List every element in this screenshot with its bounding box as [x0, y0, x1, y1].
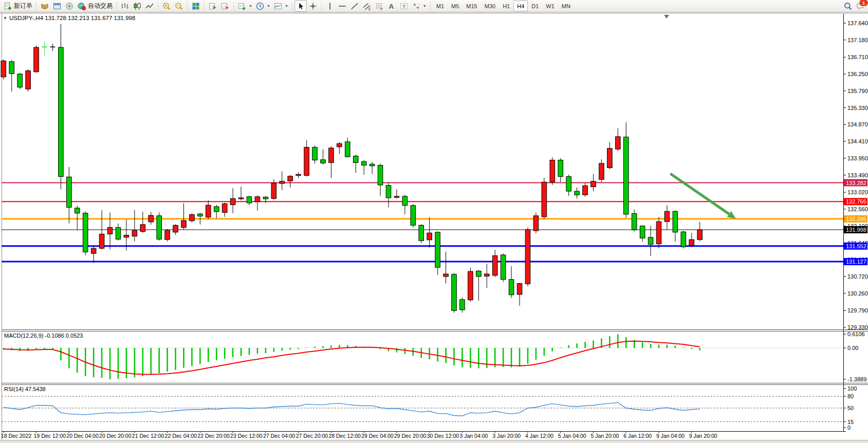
tf-button-D1[interactable]: D1: [528, 1, 542, 11]
trendline-icon: [350, 2, 359, 11]
svg-text:3 Jan 04:00: 3 Jan 04:00: [459, 433, 488, 439]
channel-tool-button[interactable]: E: [361, 0, 373, 12]
candlestick-chart-button[interactable]: [131, 0, 143, 12]
macd-label: MACD(12,26,9) -0.1086 0.0523: [4, 333, 83, 339]
svg-text:21 Dec 12:00: 21 Dec 12:00: [132, 433, 164, 439]
tile-windows-button[interactable]: [190, 0, 202, 12]
chart-area[interactable]: 137.640137.180136.710136.250135.790135.3…: [0, 12, 868, 443]
text-label-tool-button[interactable]: T: [398, 0, 410, 12]
svg-text:-1.3889: -1.3889: [847, 376, 866, 382]
toolbar-separator: [290, 2, 294, 11]
svg-text:T: T: [402, 3, 405, 9]
tf-button-M1[interactable]: M1: [433, 1, 448, 11]
svg-text:A: A: [389, 3, 394, 10]
one-click-trading-toggle[interactable]: ▼: [3, 16, 7, 21]
chart-canvas[interactable]: 137.640137.180136.710136.250135.790135.3…: [0, 12, 868, 443]
tf-button-MN[interactable]: MN: [558, 1, 574, 11]
svg-text:131.998: 131.998: [846, 227, 866, 233]
notifications-button[interactable]: 1: [854, 0, 866, 12]
svg-text:22 Dec 04:00: 22 Dec 04:00: [165, 433, 197, 439]
svg-text:134.410: 134.410: [847, 138, 868, 144]
candles-icon: [133, 2, 142, 11]
svg-text:129.330: 129.330: [847, 324, 868, 330]
clock-icon: [255, 2, 265, 11]
svg-text:27 Dec 04:00: 27 Dec 04:00: [263, 433, 296, 439]
svg-text:135.330: 135.330: [847, 105, 868, 111]
fibonacci-tool-button[interactable]: F: [373, 0, 385, 12]
svg-text:80: 80: [847, 393, 854, 399]
chart-ohlc-title: USDJPY-,H4 131.728 132.213 131.677 131.9…: [9, 15, 135, 21]
arrows-tool-button[interactable]: ▼: [410, 0, 428, 12]
toolbar-separator: [320, 2, 323, 11]
tf-button-W1[interactable]: W1: [542, 1, 558, 11]
tf-button-M5[interactable]: M5: [448, 1, 463, 11]
zoom-in-button[interactable]: [160, 0, 173, 12]
svg-text:29 Dec 20:00: 29 Dec 20:00: [394, 433, 427, 439]
crosshair-tool-button[interactable]: [307, 0, 319, 12]
svg-text:3 Jan 20:00: 3 Jan 20:00: [492, 433, 521, 439]
svg-text:132.560: 132.560: [847, 206, 868, 212]
svg-text:6 Jan 12:00: 6 Jan 12:00: [623, 433, 652, 439]
bars-icon: [120, 2, 130, 11]
trendline-tool-button[interactable]: [348, 0, 361, 12]
shapes-icon: [412, 2, 421, 11]
notification-count-badge: 1: [859, 0, 868, 6]
indicators-button[interactable]: ▼: [272, 0, 290, 12]
shiftend-icon: [220, 2, 230, 11]
line-chart-button[interactable]: [143, 0, 156, 12]
chevron-down-icon: ▼: [249, 4, 252, 8]
horizontal-line-tool-button[interactable]: [336, 0, 348, 12]
linechart-icon: [145, 2, 154, 11]
svg-text:0: 0: [847, 424, 851, 431]
market-watch-button[interactable]: [39, 0, 51, 12]
search-button[interactable]: [842, 0, 854, 12]
vertical-line-tool-button[interactable]: [324, 0, 336, 12]
svg-text:29 Dec 04:00: 29 Dec 04:00: [361, 433, 394, 439]
periodicity-button[interactable]: ▼: [254, 0, 272, 12]
time-axis[interactable]: 18 Dec 202219 Dec 12:0020 Dec 04:0020 De…: [1, 431, 717, 439]
new-order-button-label: 新订单: [14, 2, 32, 10]
auto-scroll-button[interactable]: [207, 0, 219, 12]
radar-icon: [65, 2, 74, 11]
toolbar-separator: [186, 2, 189, 11]
signals-button[interactable]: [63, 0, 76, 12]
svg-text:4 Jan 12:00: 4 Jan 12:00: [525, 433, 553, 439]
svg-text:22 Dec 20:00: 22 Dec 20:00: [197, 433, 230, 439]
window-blue-icon: [52, 2, 62, 11]
svg-text:136.710: 136.710: [847, 54, 868, 60]
new-chart-button[interactable]: ▼: [236, 0, 254, 12]
new-order-button[interactable]: 新订单: [2, 0, 34, 12]
chart-gold-icon: [40, 2, 49, 11]
label-icon: T: [399, 2, 409, 11]
tf-button-H1[interactable]: H1: [499, 1, 513, 11]
zoom-in-icon: [162, 2, 171, 11]
svg-text:30 Dec 12:00: 30 Dec 12:00: [427, 433, 459, 439]
toolbar-separator: [34, 2, 38, 11]
search-icon: [843, 2, 853, 11]
tf-button-H4[interactable]: H4: [513, 1, 528, 11]
svg-text:20 Dec 20:00: 20 Dec 20:00: [99, 433, 132, 439]
chevron-down-icon: ▼: [423, 4, 427, 8]
channel-icon: E: [362, 2, 372, 11]
autotrading-icon: [77, 2, 86, 11]
svg-text:28 Dec 12:00: 28 Dec 12:00: [328, 433, 361, 439]
svg-text:137.180: 137.180: [847, 37, 868, 43]
chart-shift-button[interactable]: [219, 0, 231, 12]
autotrading-button[interactable]: 自动交易: [76, 0, 114, 12]
svg-text:133.490: 133.490: [847, 172, 868, 178]
tf-button-M30[interactable]: M30: [481, 1, 499, 11]
fibo-icon: F: [375, 2, 384, 11]
crosshair-icon: [308, 2, 318, 11]
svg-text:132.766: 132.766: [846, 198, 866, 205]
svg-text:5 Jan 20:00: 5 Jan 20:00: [590, 433, 619, 439]
tf-button-M15[interactable]: M15: [463, 1, 481, 11]
svg-text:131.552: 131.552: [846, 243, 866, 249]
zoom-out-button[interactable]: [173, 0, 185, 12]
indicators-icon: [273, 2, 283, 11]
cursor-tool-button[interactable]: [294, 0, 307, 12]
text-tool-button[interactable]: A: [385, 0, 398, 12]
data-window-button[interactable]: [51, 0, 63, 12]
svg-text:100: 100: [847, 385, 857, 392]
svg-text:9 Jan 20:00: 9 Jan 20:00: [689, 433, 717, 439]
bar-chart-button[interactable]: [119, 0, 131, 12]
